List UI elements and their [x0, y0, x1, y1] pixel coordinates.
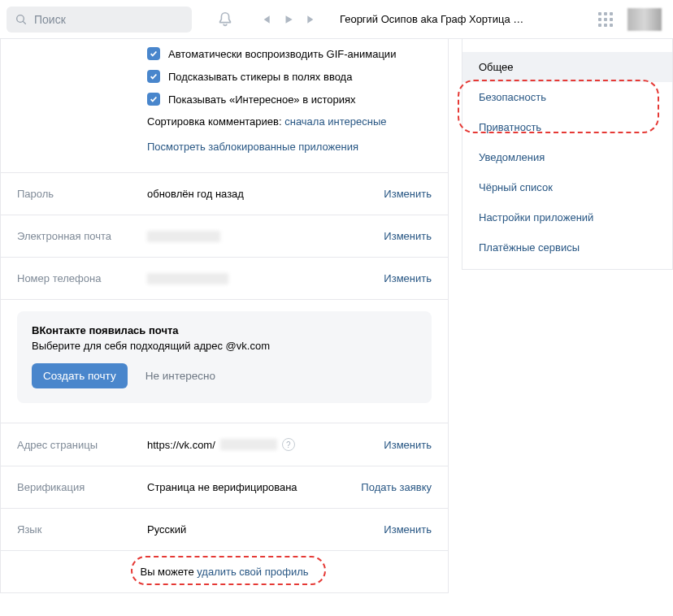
help-icon[interactable]: ? — [282, 438, 295, 451]
header-bar: Поиск Георгий Осипов aka Граф Хортица … — [0, 0, 673, 39]
bell-icon[interactable] — [216, 11, 234, 28]
row-val: обновлён год назад — [147, 188, 384, 200]
mail-desc: Выберите для себя подходящий адрес @vk.c… — [32, 340, 417, 352]
checkbox-row-stories[interactable]: Показывать «Интересное» в историях — [17, 88, 432, 111]
verify-link[interactable]: Подать заявку — [361, 481, 432, 493]
sidebar-item-blacklist[interactable]: Чёрный список — [462, 172, 672, 202]
checkbox-row-gif[interactable]: Автоматически воспроизводить GIF-анимаци… — [17, 42, 432, 65]
checkbox-icon — [147, 70, 160, 83]
row-val — [147, 231, 384, 242]
create-mail-button[interactable]: Создать почту — [32, 363, 128, 388]
sort-label: Сортировка комментариев: — [147, 115, 284, 128]
delete-prefix: Вы можете — [140, 566, 197, 578]
row-address: Адрес страницы https://vk.com/ ? Изменит… — [1, 423, 448, 466]
dismiss-mail-button[interactable]: Не интересно — [145, 370, 215, 382]
prev-track-icon[interactable] — [260, 14, 271, 25]
address-prefix: https://vk.com/ — [147, 439, 215, 451]
blocked-apps-link[interactable]: Посмотреть заблокированные приложения — [147, 141, 358, 153]
row-phone: Номер телефона Изменить — [1, 258, 448, 299]
sidebar-item-apps[interactable]: Настройки приложений — [462, 202, 672, 232]
row-val: https://vk.com/ ? — [147, 438, 384, 451]
row-key: Адрес страницы — [17, 439, 147, 451]
play-icon[interactable] — [283, 14, 294, 25]
row-email: Электронная почта Изменить — [1, 215, 448, 257]
apps-grid-icon[interactable] — [598, 12, 613, 27]
change-link[interactable]: Изменить — [384, 439, 432, 451]
next-track-icon[interactable] — [306, 14, 317, 25]
sort-value: сначала интересные — [284, 115, 386, 128]
change-link[interactable]: Изменить — [384, 523, 432, 536]
row-password: Пароль обновлён год назад Изменить — [1, 173, 448, 215]
checkbox-icon — [147, 47, 160, 60]
comment-sort-row[interactable]: Сортировка комментариев: сначала интерес… — [17, 111, 432, 132]
change-link[interactable]: Изменить — [384, 230, 432, 242]
checkbox-label: Автоматически воспроизводить GIF-анимаци… — [168, 48, 396, 60]
avatar[interactable] — [627, 8, 662, 31]
mail-title: ВКонтакте появилась почта — [32, 324, 417, 336]
row-verification: Верификация Страница не верифицирована П… — [1, 466, 448, 508]
sidebar-item-general[interactable]: Общее — [462, 52, 672, 82]
change-link[interactable]: Изменить — [384, 188, 432, 200]
delete-profile-link[interactable]: удалить свой профиль — [197, 566, 308, 578]
row-key: Верификация — [17, 481, 147, 493]
row-key: Электронная почта — [17, 230, 147, 242]
checkbox-row-stickers[interactable]: Подсказывать стикеры в полях ввода — [17, 65, 432, 88]
checkbox-label: Показывать «Интересное» в историях — [168, 93, 356, 106]
sidebar-item-notifications[interactable]: Уведомления — [462, 142, 672, 172]
svg-line-1 — [23, 21, 25, 24]
sidebar-item-payments[interactable]: Платёжные сервисы — [462, 232, 672, 262]
search-icon — [15, 13, 28, 26]
player-controls: Георгий Осипов aka Граф Хортица … — [216, 11, 523, 28]
checkbox-label: Подсказывать стикеры в полях ввода — [168, 71, 352, 83]
search-placeholder: Поиск — [34, 13, 66, 26]
change-link[interactable]: Изменить — [384, 272, 432, 284]
settings-panel: Автоматически воспроизводить GIF-анимаци… — [0, 39, 449, 593]
row-val: Страница не верифицирована — [147, 481, 361, 493]
track-title[interactable]: Георгий Осипов aka Граф Хортица … — [340, 13, 523, 25]
header-right — [598, 0, 662, 39]
checkbox-icon — [147, 93, 160, 106]
sidebar-item-privacy[interactable]: Приватность — [462, 112, 672, 142]
row-key: Номер телефона — [17, 272, 147, 284]
delete-profile-row: Вы можете удалить свой профиль — [1, 551, 448, 592]
row-val: Русский — [147, 523, 384, 536]
row-val — [147, 273, 384, 284]
row-language: Язык Русский Изменить — [1, 509, 448, 550]
settings-sidebar: Общее Безопасность Приватность Уведомлен… — [462, 39, 673, 270]
row-key: Язык — [17, 523, 147, 536]
mail-card: ВКонтакте появилась почта Выберите для с… — [17, 311, 432, 403]
sidebar-item-security[interactable]: Безопасность — [462, 82, 672, 112]
search-input[interactable]: Поиск — [7, 7, 192, 33]
row-key: Пароль — [17, 188, 147, 200]
